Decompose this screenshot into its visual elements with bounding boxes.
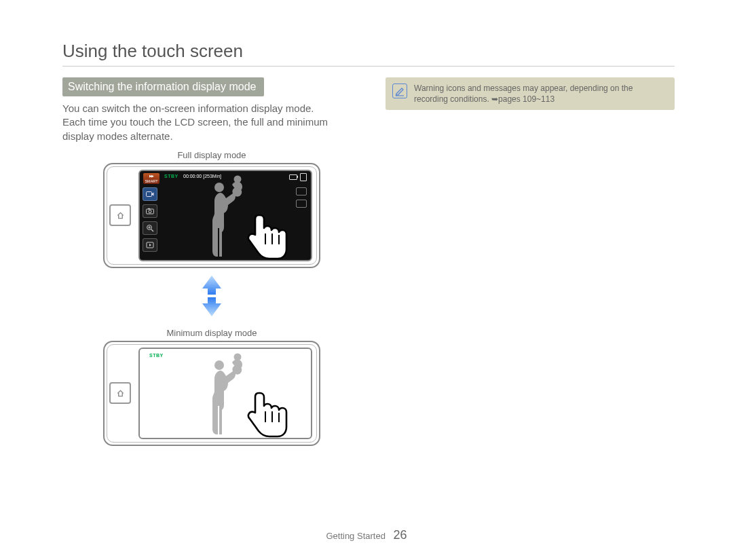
battery-icon	[289, 174, 297, 180]
svg-point-14	[214, 360, 224, 370]
caption-min-mode: Minimum display mode	[167, 328, 257, 338]
status-stby: STBY	[164, 174, 178, 179]
status-stby: STBY	[149, 353, 164, 358]
lcd-screen-min[interactable]: STBY	[138, 348, 312, 439]
touch-hand-icon	[229, 202, 293, 261]
home-icon	[117, 212, 124, 219]
home-button-area	[109, 373, 130, 413]
footer-section: Getting Started	[326, 531, 385, 541]
left-quick-icons	[143, 187, 157, 252]
photo-mode-icon[interactable]	[143, 204, 157, 218]
aux-icon-2	[296, 200, 307, 208]
left-column: Switching the information display mode Y…	[62, 77, 361, 446]
caption-full-mode: Full display mode	[177, 150, 246, 160]
lcd-screen-full[interactable]: SMART STBY 00:00:00 [253Min]	[138, 170, 312, 261]
smart-auto-badge: SMART	[143, 173, 159, 184]
page-footer: Getting Started 26	[0, 528, 733, 542]
illustration-group: Full display mode SMART STBY 00:00:00 [2…	[62, 143, 361, 446]
home-button[interactable]	[109, 204, 131, 226]
note-text: Warning icons and messages may appear, d…	[414, 83, 668, 105]
svg-rect-0	[147, 191, 152, 196]
device-full-mode: SMART STBY 00:00:00 [253Min]	[103, 163, 320, 268]
playback-icon[interactable]	[143, 238, 157, 252]
footer-page-number: 26	[394, 528, 407, 542]
section-subheading: Switching the information display mode	[62, 77, 264, 96]
right-column: Warning icons and messages may appear, d…	[386, 77, 675, 446]
home-button[interactable]	[109, 382, 131, 404]
svg-rect-3	[148, 208, 150, 210]
svg-point-9	[214, 183, 224, 192]
touch-hand-icon	[229, 379, 293, 439]
svg-line-5	[151, 229, 153, 231]
device-min-mode: STBY	[103, 341, 320, 446]
body-text: You can switch the on-screen information…	[62, 102, 361, 143]
home-icon	[117, 390, 124, 397]
svg-point-2	[149, 210, 151, 212]
manual-page: Using the touch screen Switching the inf…	[0, 0, 733, 560]
aux-icon-1	[296, 187, 307, 195]
double-arrow-icon	[200, 272, 224, 320]
sd-card-icon	[300, 173, 307, 181]
note-icon	[392, 83, 407, 98]
zoom-icon[interactable]	[143, 221, 157, 235]
content-columns: Switching the information display mode Y…	[62, 77, 675, 446]
home-button-area	[109, 195, 130, 236]
page-title: Using the touch screen	[62, 41, 675, 67]
movie-mode-icon[interactable]	[143, 187, 157, 201]
note-callout: Warning icons and messages may appear, d…	[386, 77, 675, 110]
